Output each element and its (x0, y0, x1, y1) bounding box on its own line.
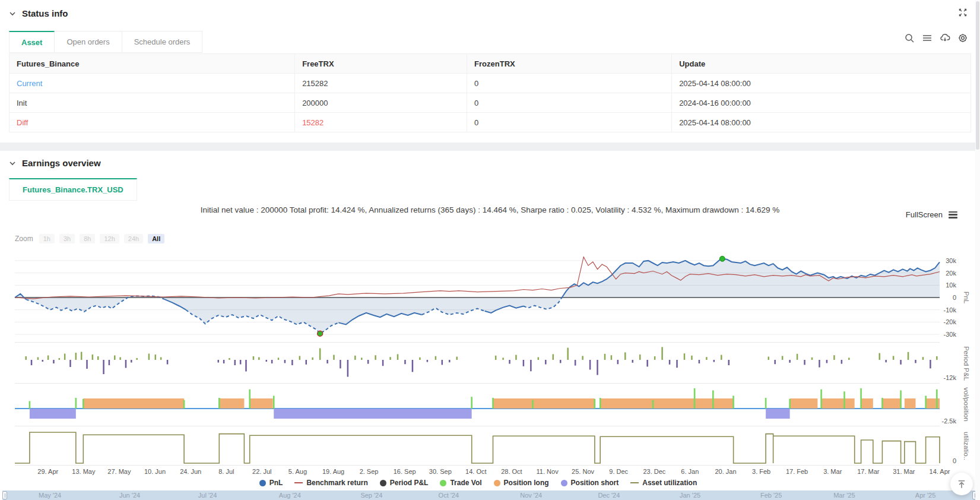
svg-text:-12k: -12k (944, 374, 957, 381)
legend-line (630, 482, 639, 484)
collapse-chevron-icon[interactable] (8, 10, 17, 18)
legend-dot (380, 480, 386, 486)
legend-position-long[interactable]: Position long (494, 479, 549, 487)
expand-icon[interactable] (957, 7, 968, 18)
chart-navigator-scrollbar[interactable]: May '24Jun '24Jul '24Aug '24Sep '24Oct '… (2, 490, 977, 500)
earnings-header: Earnings overview (8, 158, 101, 168)
fullscreen-control[interactable]: FullScreen (906, 210, 957, 219)
asset-table-header-row: Futures_Binance FreeTRX FrozenTRX Update (9, 54, 971, 74)
legend-dot (259, 480, 266, 486)
navigator-month-label: Jan '25 (680, 492, 700, 499)
tab-schedule-orders[interactable]: Schedule orders (122, 31, 203, 53)
tab-open-orders[interactable]: Open orders (55, 31, 122, 53)
legend-trade-vol[interactable]: Trade Vol (440, 479, 481, 487)
status-tabs: Asset Open orders Schedule orders (9, 31, 202, 53)
svg-text:-20k: -20k (944, 318, 957, 325)
svg-text:Period P&L: Period P&L (963, 346, 970, 381)
navigator-left-handle[interactable] (2, 491, 7, 499)
search-icon[interactable] (904, 33, 915, 43)
status-info-header: Status info (8, 8, 68, 18)
status-info-title: Status info (22, 8, 68, 18)
x-tick-label: 14. Oct (465, 468, 486, 475)
svg-text:-10k: -10k (944, 306, 957, 314)
svg-text:0: 0 (953, 294, 956, 301)
legend-pnl[interactable]: PnL (259, 479, 283, 487)
legend-position-short[interactable]: Position short (561, 479, 619, 487)
x-tick-label: 17. Feb (786, 468, 808, 475)
svg-text:PnL: PnL (963, 292, 970, 304)
x-tick-label: 23. Dec (643, 468, 665, 475)
tab-asset[interactable]: Asset (9, 31, 55, 53)
current-link[interactable]: Current (9, 74, 295, 93)
x-tick-label: 13. May (72, 468, 96, 475)
diff-label: Diff (9, 113, 295, 132)
zoom-label: Zoom (15, 235, 33, 243)
x-tick-label: 6. Jan (681, 468, 699, 475)
back-to-top-icon (956, 479, 967, 489)
x-tick-label: 9. Dec (609, 468, 628, 475)
navigator-month-label: Sep '24 (360, 492, 382, 499)
fullscreen-label[interactable]: FullScreen (906, 210, 943, 219)
col-update: Update (672, 54, 971, 74)
init-freetrx: 200000 (295, 93, 467, 113)
x-tick-label: 28. Oct (501, 468, 522, 475)
x-tick-label: 29. Apr (37, 468, 58, 475)
status-toolbar (904, 33, 968, 43)
page-scrollbar-thumb[interactable] (976, 1, 979, 150)
legend-benchmark-return[interactable]: Benchmark return (294, 479, 367, 487)
earnings-title: Earnings overview (22, 158, 101, 168)
legend-dot (561, 480, 567, 486)
earnings-overview-section: Earnings overview Futures_Binance.TRX_US… (0, 151, 980, 500)
back-to-top-button[interactable] (950, 473, 973, 495)
zoom-12h-button[interactable]: 12h (100, 234, 119, 243)
x-tick-label: 17. Mar (857, 468, 880, 475)
navigator-month-label: Nov '24 (520, 492, 542, 499)
x-tick-label: 31. Mar (893, 468, 915, 475)
x-tick-label: 5. Aug (288, 468, 307, 475)
x-tick-label: 25. Nov (572, 468, 594, 475)
asset-table: Futures_Binance FreeTRX FrozenTRX Update… (9, 53, 971, 132)
svg-text:utilizatio..: utilizatio.. (963, 432, 970, 460)
svg-text:vol/position: vol/position (963, 387, 970, 422)
current-update: 2025-04-14 08:00:00 (672, 74, 971, 93)
zoom-1h-button[interactable]: 1h (39, 234, 55, 243)
navigator-month-label: Aug '24 (279, 492, 301, 499)
x-tick-label: 22. Jul (252, 468, 271, 475)
svg-text:10k: 10k (946, 281, 956, 289)
zoom-3h-button[interactable]: 3h (59, 234, 75, 243)
zoom-all-button[interactable]: All (148, 234, 164, 243)
earnings-chart[interactable]: 30k20k10k0-10k-20k-30kPnL-12kPeriod P&L-… (0, 252, 980, 477)
col-frozentrx: FrozenTRX (467, 54, 672, 74)
table-row-current: Current 215282 0 2025-04-14 08:00:00 (9, 74, 971, 93)
list-icon[interactable] (922, 33, 933, 43)
navigator-month-label: Feb '25 (760, 492, 782, 499)
x-tick-label: 8. Jul (218, 468, 234, 475)
navigator-month-label: Mar '25 (833, 492, 855, 499)
max-pnl-marker (719, 256, 725, 261)
legend-period-pnl[interactable]: Period P&L (380, 479, 429, 487)
x-tick-label: 2. Sep (360, 468, 379, 475)
x-tick-label: 16. Sep (394, 468, 416, 475)
chart-legend: PnL Benchmark return Period P&L Trade Vo… (0, 479, 956, 487)
x-tick-label: 27. May (107, 468, 131, 475)
init-update: 2024-04-16 00:00:00 (672, 93, 971, 113)
trading-dashboard-page: Status info Asset Open orders Schedule o… (0, 0, 980, 500)
min-pnl-marker (318, 331, 323, 336)
navigator-month-label: Apr '25 (915, 492, 936, 499)
chart-menu-icon[interactable] (949, 211, 957, 219)
init-label: Init (9, 93, 295, 113)
diff-frozentrx: 0 (467, 113, 672, 132)
tab-futures-binance-trx-usd[interactable]: Futures_Binance.TRX_USD (9, 178, 137, 201)
collapse-chevron-icon[interactable] (8, 159, 17, 167)
zoom-24h-button[interactable]: 24h (124, 234, 143, 243)
gear-icon[interactable] (957, 33, 968, 43)
cloud-download-icon[interactable] (940, 33, 950, 43)
legend-asset-utilization[interactable]: Asset utilization (630, 479, 697, 487)
diff-freetrx: 15282 (295, 113, 467, 132)
page-scrollbar[interactable] (975, 0, 980, 500)
svg-text:20k: 20k (946, 270, 956, 277)
x-tick-label: 3. Mar (823, 468, 842, 475)
chart-svg: 30k20k10k0-10k-20k-30kPnL-12kPeriod P&L-… (0, 252, 980, 477)
zoom-8h-button[interactable]: 8h (80, 234, 95, 243)
init-frozentrx: 0 (467, 93, 672, 113)
